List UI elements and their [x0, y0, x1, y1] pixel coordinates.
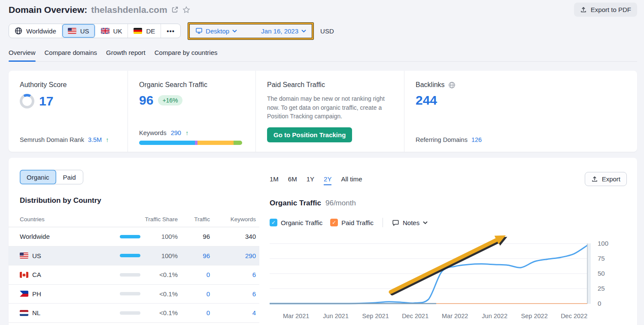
export-to-pdf-button[interactable]: Export to PDF — [574, 3, 637, 17]
svg-text:Sep 2021: Sep 2021 — [362, 313, 389, 319]
region-filter-label: US — [80, 27, 89, 35]
country-distribution-block: OrganicPaid Distribution by Country Coun… — [9, 158, 259, 325]
filter-bar: WorldwideUSUKDE••• Desktop Jan 16, 2023 — [9, 21, 637, 41]
keywords-value[interactable]: 6 — [210, 290, 256, 298]
chevron-down-icon — [423, 221, 428, 224]
external-link-icon[interactable] — [171, 6, 179, 13]
svg-text:Jun 2022: Jun 2022 — [482, 313, 507, 319]
region-filter-de[interactable]: DE — [128, 24, 161, 38]
country-row-ca[interactable]: CA<0.1%06 — [9, 265, 259, 285]
notes-dropdown[interactable]: Notes — [392, 219, 428, 226]
globe-icon — [448, 81, 456, 89]
toggle-paid[interactable]: Paid — [56, 170, 83, 184]
region-filter-uk[interactable]: UK — [95, 24, 128, 38]
country-row-nl[interactable]: NL<0.1%04 — [9, 304, 259, 323]
svg-text:Jun 2021: Jun 2021 — [323, 313, 349, 319]
legend-label: Organic Traffic — [281, 219, 322, 226]
paid-search-traffic-section: Paid Search Traffic The domain may be ne… — [255, 71, 404, 152]
domain-rank-label: Semrush Domain Rank — [20, 136, 84, 143]
metrics-card: Authority Score 17 Semrush Domain Rank 3… — [9, 71, 637, 152]
country-name: NL — [20, 309, 120, 316]
more-regions-button[interactable]: ••• — [161, 24, 180, 38]
referring-domains-value[interactable]: 126 — [471, 136, 482, 143]
traffic-value[interactable]: 0 — [178, 290, 210, 298]
domain-rank-value[interactable]: 3.5M — [88, 136, 102, 143]
organic-traffic-checkbox[interactable]: ✓ — [270, 219, 277, 226]
trend-up-icon: ↑ — [106, 136, 109, 143]
traffic-share-value: <0.1% — [140, 271, 178, 278]
keywords-bar-segment-yellow — [197, 141, 234, 145]
authority-score-section: Authority Score 17 Semrush Domain Rank 3… — [9, 71, 128, 152]
traffic-share-bar — [120, 273, 140, 277]
range-1y[interactable]: 1Y — [307, 175, 314, 183]
traffic-value[interactable]: 0 — [178, 271, 210, 278]
referring-domains-label: Referring Domains — [416, 136, 468, 143]
paid-search-traffic-title: Paid Search Traffic — [267, 81, 404, 89]
page-title-label: Domain Overview: — [9, 5, 87, 15]
svg-text:25: 25 — [598, 285, 605, 292]
traffic-delta-badge: +16% — [158, 95, 182, 105]
svg-text:Mar 2022: Mar 2022 — [442, 313, 468, 319]
chart-title: Organic Traffic — [270, 199, 321, 208]
country-row-ph[interactable]: PH<0.1%06 — [9, 285, 259, 304]
trend-up-icon: ↑ — [185, 129, 188, 136]
domain-overview-page: Domain Overview: thelashdenla.com Expo — [0, 0, 644, 325]
page-title: Domain Overview: thelashdenla.com — [9, 5, 190, 15]
region-filter-worldwide[interactable]: Worldwide — [9, 24, 62, 38]
keywords-value[interactable]: 6 — [210, 271, 256, 278]
notes-label: Notes — [403, 219, 419, 226]
organic-traffic-value[interactable]: 96 — [139, 94, 153, 107]
keywords-value[interactable]: 290 — [171, 129, 181, 136]
country-table-title: Distribution by Country — [20, 196, 259, 205]
tab-compare-by-countries[interactable]: Compare by countries — [155, 45, 218, 61]
organic-traffic-chart[interactable]: 0255075100Mar 2021Jun 2021Sep 2021Dec 20… — [270, 232, 627, 322]
range-all-time[interactable]: All time — [341, 175, 362, 183]
country-label: US — [32, 252, 41, 259]
paid-search-description: The domain may be new or not ranking rig… — [267, 94, 391, 121]
traffic-value: 96 — [178, 233, 210, 240]
traffic-value[interactable]: 96 — [178, 252, 210, 259]
export-button[interactable]: Export — [585, 172, 627, 186]
paid-traffic-checkbox[interactable]: ✓ — [330, 219, 338, 226]
country-name: US — [20, 252, 120, 259]
range-1m[interactable]: 1M — [270, 175, 279, 183]
toggle-organic[interactable]: Organic — [20, 170, 56, 184]
keywords-value[interactable]: 290 — [210, 252, 256, 259]
domain-name: thelashdenla.com — [91, 5, 167, 15]
country-name: PH — [20, 290, 120, 298]
authority-score-donut — [20, 94, 34, 108]
backlinks-title: Backlinks — [416, 81, 445, 89]
date-selector[interactable]: Jan 16, 2023 — [261, 27, 306, 35]
region-filter-label: ••• — [167, 27, 175, 35]
region-filter-label: Worldwide — [26, 27, 56, 35]
chevron-down-icon — [232, 30, 237, 33]
device-selector[interactable]: Desktop — [195, 27, 237, 35]
range-2y[interactable]: 2Y — [324, 175, 331, 183]
column-header-traffic: Traffic — [178, 216, 210, 223]
chart-subtitle: 96/month — [325, 199, 356, 208]
country-row-us[interactable]: US100%96290 — [9, 247, 259, 266]
region-filter-us[interactable]: US — [62, 24, 95, 38]
upload-icon — [591, 176, 598, 183]
authority-score-title: Authority Score — [20, 81, 128, 89]
keywords-label: Keywords — [139, 129, 167, 136]
legend-organic-traffic: ✓Organic Traffic — [270, 219, 322, 226]
tab-growth-report[interactable]: Growth report — [106, 45, 146, 61]
range-6m[interactable]: 6M — [288, 175, 297, 183]
backlinks-value[interactable]: 244 — [416, 94, 437, 107]
svg-text:Sep 2022: Sep 2022 — [521, 313, 548, 319]
go-to-position-tracking-button[interactable]: Go to Position Tracking — [267, 127, 352, 142]
keywords-distribution-bar — [139, 141, 242, 145]
favorite-star-icon[interactable] — [182, 6, 190, 14]
de-flag-icon — [134, 28, 142, 34]
country-row-worldwide[interactable]: Worldwide100%96340 — [9, 227, 259, 247]
tab-overview[interactable]: Overview — [9, 45, 36, 61]
traffic-share-value: <0.1% — [140, 290, 178, 298]
traffic-value[interactable]: 0 — [178, 309, 210, 316]
traffic-panel-card: OrganicPaid Distribution by Country Coun… — [9, 158, 637, 325]
ca-flag-icon — [20, 272, 28, 278]
keywords-value[interactable]: 4 — [210, 309, 256, 316]
svg-text:100: 100 — [598, 240, 608, 247]
tab-compare-domains[interactable]: Compare domains — [45, 45, 97, 61]
keywords-value: 340 — [210, 233, 256, 240]
